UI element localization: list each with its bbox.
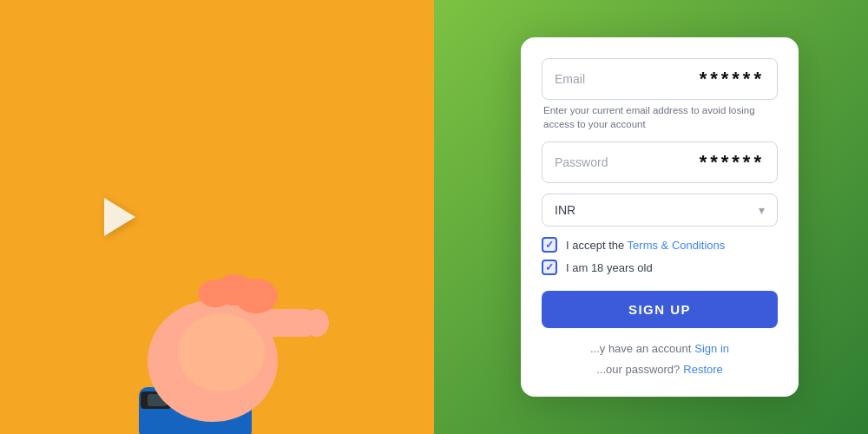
play-icon[interactable] — [104, 198, 135, 236]
email-field[interactable]: Email ****** — [542, 58, 778, 100]
currency-label: INR — [555, 203, 575, 217]
email-label: Email — [555, 72, 585, 86]
restore-row: ...our password?Restore — [542, 359, 778, 379]
terms-checkbox-label: I accept the Terms & Conditions — [566, 239, 725, 252]
check-icon-2: ✓ — [545, 262, 554, 273]
age-checkbox[interactable]: ✓ — [542, 260, 557, 275]
forgot-password-text: ... — [596, 363, 606, 376]
check-icon: ✓ — [545, 240, 554, 250]
signin-link[interactable]: Sign in — [694, 342, 729, 355]
restore-link[interactable]: Restore — [683, 363, 723, 376]
age-checkbox-label: I am 18 years old — [566, 261, 653, 274]
terms-checkbox[interactable]: ✓ — [542, 237, 557, 253]
password-group: Password ****** — [542, 141, 778, 183]
email-value: ****** — [700, 68, 765, 90]
currency-group: INR ▾ — [542, 194, 778, 227]
email-hint: Enter your current email address to avoi… — [542, 103, 778, 131]
password-field[interactable]: Password ****** — [542, 141, 778, 183]
signup-card: Email ****** Enter your current email ad… — [521, 37, 799, 397]
footer-links: ...y have an accountSign in ...our passw… — [542, 339, 778, 379]
password-label: Password — [555, 155, 608, 169]
chevron-down-icon: ▾ — [759, 203, 765, 217]
terms-conditions-link[interactable]: Terms & Conditions — [628, 239, 726, 252]
signup-button[interactable]: SIGN UP — [542, 291, 778, 328]
terms-checkbox-group: ✓ I accept the Terms & Conditions — [542, 237, 778, 253]
currency-select[interactable]: INR ▾ — [542, 194, 778, 227]
signin-row: ...y have an accountSign in — [542, 339, 778, 358]
have-account-text: ...y — [590, 342, 608, 355]
age-checkbox-group: ✓ I am 18 years old — [542, 260, 778, 275]
background-left — [0, 0, 434, 434]
email-group: Email ****** Enter your current email ad… — [542, 58, 778, 131]
password-value: ****** — [700, 151, 765, 174]
